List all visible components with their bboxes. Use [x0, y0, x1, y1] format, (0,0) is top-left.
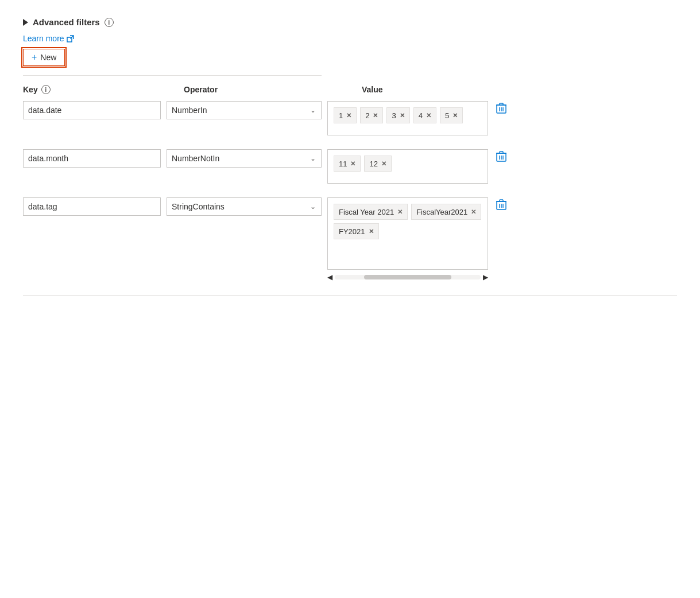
external-link-icon	[67, 35, 74, 42]
collapse-icon[interactable]	[23, 19, 28, 26]
tag-3-3: FY2021 ✕	[334, 223, 379, 239]
bottom-divider	[23, 295, 677, 296]
filter-row-3: NumberIn NumberNotIn NumberGreaterThan N…	[23, 197, 677, 281]
operator-select-1[interactable]: NumberIn NumberNotIn NumberGreaterThan N…	[167, 101, 322, 119]
tag-value-1-5: 5	[445, 111, 449, 120]
section-header: Advanced filters i	[23, 17, 677, 27]
operator-column-header: Operator	[184, 85, 362, 94]
value-box-3: Fiscal Year 2021 ✕ FiscalYear2021 ✕ FY20…	[327, 197, 488, 270]
plus-icon: +	[32, 53, 37, 62]
divider	[23, 75, 322, 76]
key-info-icon[interactable]: i	[41, 85, 51, 94]
tag-value-1-4: 4	[419, 111, 423, 120]
tag-value-1-1: 1	[339, 111, 343, 120]
filter-row-1: NumberIn NumberNotIn NumberGreaterThan N…	[23, 101, 677, 135]
tag-1-2: 2 ✕	[360, 107, 383, 123]
operator-select-3[interactable]: NumberIn NumberNotIn NumberGreaterThan N…	[167, 197, 322, 216]
scroll-left-arrow-3[interactable]: ◀	[327, 273, 332, 281]
tag-3-2: FiscalYear2021 ✕	[411, 204, 481, 220]
tag-value-3-1: Fiscal Year 2021	[339, 208, 394, 216]
delete-button-3[interactable]	[494, 197, 509, 212]
tag-3-1: Fiscal Year 2021 ✕	[334, 204, 408, 220]
tag-close-1-2[interactable]: ✕	[373, 112, 378, 119]
tag-close-1-4[interactable]: ✕	[426, 112, 431, 119]
tag-close-2-1[interactable]: ✕	[350, 160, 355, 168]
operator-wrapper-2: NumberIn NumberNotIn NumberGreaterThan N…	[167, 149, 322, 168]
tag-1-1: 1 ✕	[334, 107, 357, 123]
section-title: Advanced filters	[33, 17, 100, 27]
learn-more-label: Learn more	[23, 34, 64, 43]
tag-2-2: 12 ✕	[364, 156, 391, 172]
tag-close-1-1[interactable]: ✕	[346, 112, 351, 119]
tag-1-4: 4 ✕	[413, 107, 436, 123]
tag-value-1-2: 2	[365, 111, 369, 120]
operator-wrapper-3: NumberIn NumberNotIn NumberGreaterThan N…	[167, 197, 322, 216]
key-input-1[interactable]	[23, 101, 161, 119]
trash-icon-3	[496, 199, 506, 210]
key-column-header: Key	[23, 85, 38, 94]
new-button-label: New	[40, 53, 56, 62]
tag-close-2-2[interactable]: ✕	[381, 160, 386, 168]
scrollbar-thumb-3	[364, 275, 451, 279]
operator-wrapper-1: NumberIn NumberNotIn NumberGreaterThan N…	[167, 101, 322, 119]
tag-value-2-2: 12	[369, 160, 377, 168]
value-area-3: Fiscal Year 2021 ✕ FiscalYear2021 ✕ FY20…	[327, 197, 488, 281]
value-box-2: 11 ✕ 12 ✕	[327, 149, 488, 184]
delete-button-2[interactable]	[494, 149, 509, 164]
trash-icon-2	[496, 150, 506, 162]
tag-close-1-3[interactable]: ✕	[400, 112, 405, 119]
value-column-header: Value	[362, 85, 677, 94]
tag-1-3: 3 ✕	[386, 107, 409, 123]
column-headers: Key i Operator Value	[23, 85, 677, 94]
tag-2-1: 11 ✕	[334, 156, 361, 172]
tag-close-3-1[interactable]: ✕	[397, 208, 403, 216]
tag-close-3-3[interactable]: ✕	[369, 228, 374, 235]
delete-button-1[interactable]	[494, 101, 509, 116]
tag-close-3-2[interactable]: ✕	[471, 208, 476, 216]
tag-value-3-3: FY2021	[339, 227, 365, 236]
new-button[interactable]: + New	[23, 49, 65, 66]
scrollbar-row-3: ◀ ▶	[327, 273, 488, 281]
tag-close-1-5[interactable]: ✕	[453, 112, 458, 119]
scrollbar-track-3[interactable]	[335, 275, 481, 279]
operator-select-2[interactable]: NumberIn NumberNotIn NumberGreaterThan N…	[167, 149, 322, 168]
info-icon[interactable]: i	[105, 18, 114, 27]
tag-1-5: 5 ✕	[440, 107, 463, 123]
key-input-2[interactable]	[23, 149, 161, 168]
tag-value-3-2: FiscalYear2021	[416, 208, 467, 216]
learn-more-link[interactable]: Learn more	[23, 34, 74, 43]
scroll-right-arrow-3[interactable]: ▶	[483, 273, 488, 281]
value-box-1: 1 ✕ 2 ✕ 3 ✕ 4 ✕ 5 ✕	[327, 101, 488, 135]
tag-value-2-1: 11	[339, 160, 347, 168]
filter-row-2: NumberIn NumberNotIn NumberGreaterThan N…	[23, 149, 677, 184]
trash-icon-1	[496, 102, 506, 114]
tag-value-1-3: 3	[392, 111, 396, 120]
key-input-3[interactable]	[23, 197, 161, 216]
